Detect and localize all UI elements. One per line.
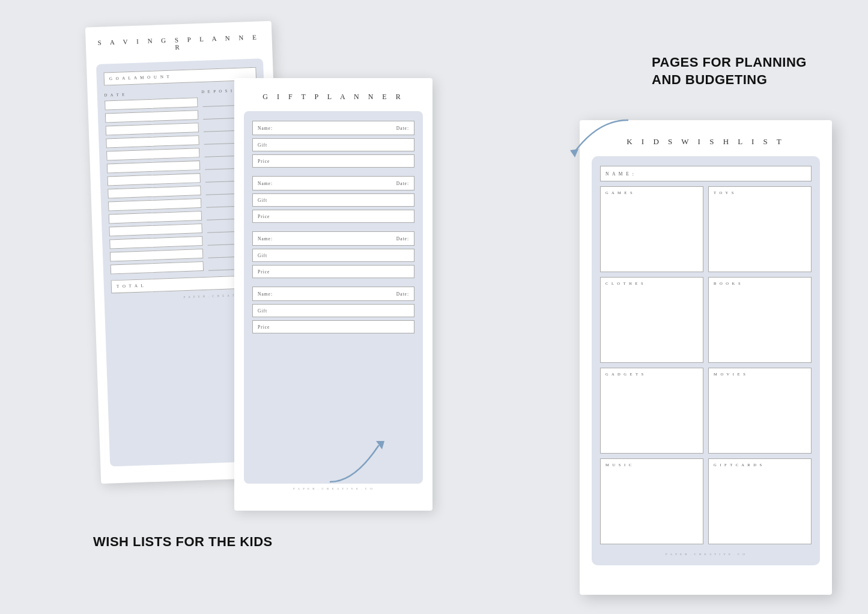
savings-date-box — [106, 123, 199, 135]
wish-cell-clothes: C L O T H E S — [600, 277, 703, 363]
gift-price-field: Price — [252, 210, 414, 223]
gift-gift-field: Gift — [252, 304, 414, 317]
wish-cell-books: B O O K S — [708, 277, 812, 363]
gift-section: Name: Date: Gift Price — [252, 121, 414, 168]
savings-date-box — [107, 160, 200, 173]
wish-cell-label-music: M U S I C — [605, 463, 698, 467]
savings-date-box — [110, 249, 203, 261]
scene: S A V I N G S P L A N N E R G O A L A M … — [0, 0, 868, 614]
wish-cell-label-gift_cards: G I F T C A R D S — [714, 463, 806, 467]
svg-marker-0 — [570, 149, 578, 157]
savings-date-box — [111, 261, 204, 274]
savings-date-box — [105, 97, 198, 110]
gift-planner-title: G I F T P L A N N E R — [244, 93, 423, 102]
gift-gift-field: Gift — [252, 249, 414, 262]
gift-gift-field: Gift — [252, 193, 414, 207]
savings-date-box — [109, 236, 202, 249]
wish-cell-label-movies: M O V I E S — [714, 372, 806, 376]
savings-date-box — [109, 211, 202, 223]
wish-cell-label-games: G A M E S — [605, 190, 698, 195]
annotation-pages: PAGES FOR PLANNING AND BUDGETING — [652, 54, 832, 88]
gift-section: Name: Date: Gift Price — [252, 176, 414, 223]
savings-date-box — [108, 198, 201, 211]
date-col-header: D A T E — [105, 90, 197, 97]
wish-cell-gift_cards: G I F T C A R D S — [708, 458, 812, 544]
gift-price-field: Price — [252, 320, 414, 333]
gift-gift-field: Gift — [252, 138, 414, 151]
goal-amount-box: G O A L A M O U N T — [103, 67, 256, 86]
gift-price-field: Price — [252, 265, 414, 278]
savings-date-box — [108, 186, 201, 198]
arrow-top — [562, 114, 634, 162]
savings-date-box — [108, 173, 201, 186]
wish-grid: G A M E ST O Y SC L O T H E SB O O K SG … — [600, 186, 812, 544]
wish-cell-gadgets: G A D G E T S — [600, 368, 703, 454]
savings-date-box — [106, 148, 199, 160]
gift-name-date: Name: Date: — [252, 231, 414, 246]
kids-inner: N A M E : G A M E ST O Y SC L O T H E SB… — [592, 156, 820, 565]
savings-date-box — [106, 135, 199, 148]
name-field: N A M E : — [600, 166, 812, 181]
savings-date-box — [105, 110, 198, 123]
wish-cell-label-gadgets: G A D G E T S — [605, 372, 698, 376]
wish-cell-label-books: B O O K S — [714, 281, 806, 285]
gift-section: Name: Date: Gift Price — [252, 231, 414, 278]
wish-cell-toys: T O Y S — [708, 186, 812, 272]
annotation-wish-lists: WISH LISTS FOR THE KIDS — [93, 533, 273, 551]
wish-cell-games: G A M E S — [600, 186, 703, 272]
kids-watermark: P A P E R . C R E A T I V E . C O — [600, 553, 812, 556]
gift-name-date: Name: Date: — [252, 121, 414, 135]
wish-cell-movies: M O V I E S — [708, 368, 812, 454]
wish-cell-label-toys: T O Y S — [714, 190, 806, 195]
wish-cell-music: M U S I C — [600, 458, 703, 544]
savings-planner-title: S A V I N G S P L A N N E R — [96, 33, 263, 53]
savings-date-box — [109, 223, 202, 236]
gift-section: Name: Date: Gift Price — [252, 287, 414, 333]
wish-cell-label-clothes: C L O T H E S — [605, 281, 698, 285]
gift-name-date: Name: Date: — [252, 287, 414, 301]
kids-wish-list-card: K I D S W I S H L I S T N A M E : G A M … — [580, 120, 832, 595]
gift-name-date: Name: Date: — [252, 176, 414, 190]
gift-price-field: Price — [252, 154, 414, 168]
arrow-bottom — [318, 428, 396, 488]
